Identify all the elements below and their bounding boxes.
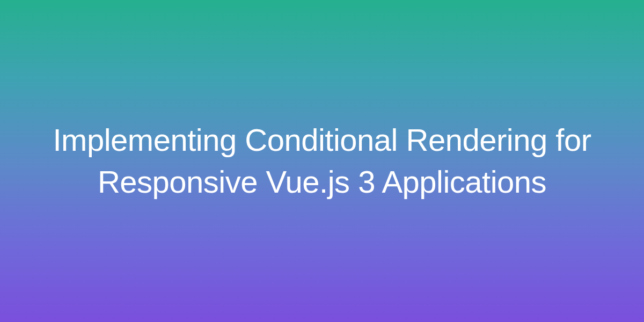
hero-banner: Implementing Conditional Rendering for R… (0, 0, 644, 322)
page-title: Implementing Conditional Rendering for R… (43, 119, 601, 203)
